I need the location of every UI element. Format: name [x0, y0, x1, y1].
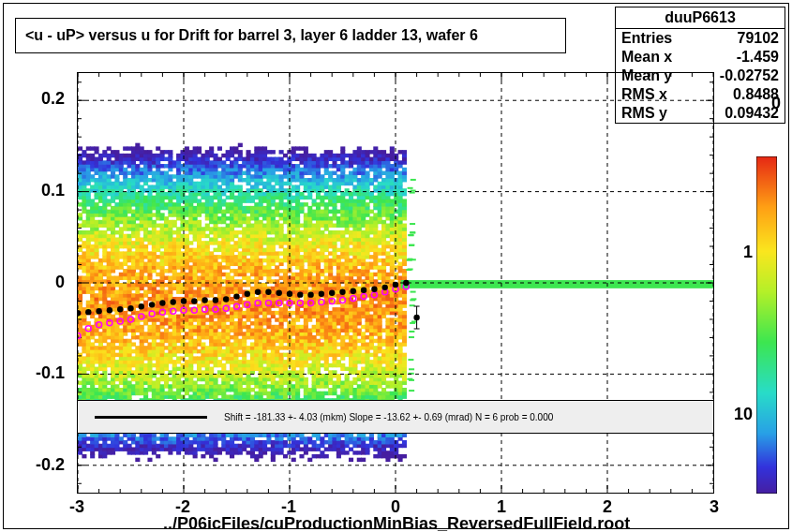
- y-tick: -0.2: [36, 455, 65, 475]
- y-tick: 0.1: [41, 181, 65, 200]
- stats-meanx-row: Mean x -1.459: [616, 48, 785, 66]
- plot-title: <u - uP> versus u for Drift for barrel 3…: [25, 27, 478, 44]
- stats-meanx-label: Mean x: [621, 48, 672, 66]
- legend-box: Shift = -181.33 +- 4.03 (mkm) Slope = -1…: [77, 400, 714, 434]
- y-tick: 0.2: [41, 89, 65, 109]
- stats-meany-value: -0.02752: [720, 66, 779, 85]
- colorbar: [756, 156, 777, 494]
- color-tick: 1: [743, 243, 753, 262]
- color-tick: 10: [734, 405, 753, 424]
- plot-title-box: <u - uP> versus u for Drift for barrel 3…: [15, 18, 566, 53]
- legend-line-icon: [95, 416, 207, 419]
- stats-name: duuP6613: [616, 7, 785, 29]
- main-frame: <u - uP> versus u for Drift for barrel 3…: [3, 3, 789, 529]
- y-tick: 0: [55, 273, 65, 292]
- stats-entries-value: 79102: [738, 29, 780, 48]
- stats-entries-label: Entries: [621, 29, 672, 48]
- y-tick: -0.1: [36, 363, 65, 383]
- x-tick: -3: [69, 497, 84, 517]
- stats-meanx-value: -1.459: [737, 48, 779, 66]
- overlap-zero: 0: [771, 94, 781, 113]
- stats-entries-row: Entries 79102: [616, 29, 785, 48]
- legend-text: Shift = -181.33 +- 4.03 (mkm) Slope = -1…: [224, 412, 553, 422]
- colorbar-canvas: [756, 156, 777, 494]
- x-axis-label: ../P06icFiles/cuProductionMinBias_Revers…: [163, 514, 630, 532]
- x-tick: 3: [710, 497, 719, 517]
